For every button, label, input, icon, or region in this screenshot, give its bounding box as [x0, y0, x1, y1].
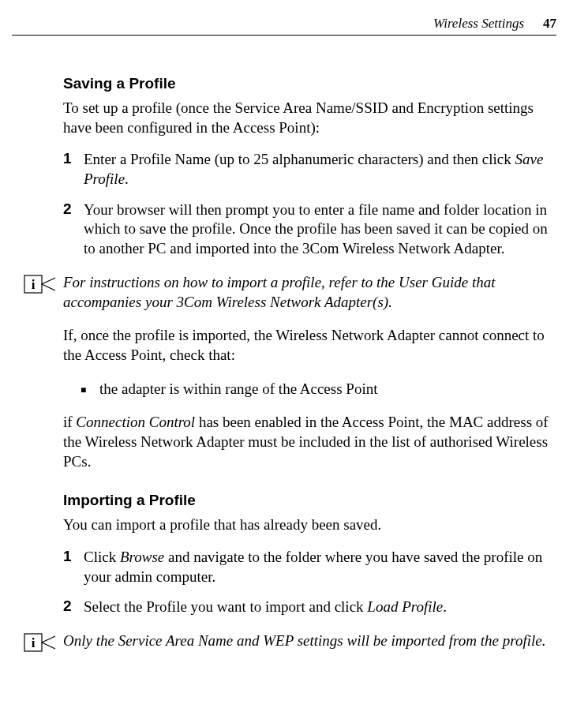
- header-section-title: Wireless Settings: [433, 16, 524, 32]
- step-2: 2 Your browser will then prompt you to e…: [63, 200, 556, 259]
- istep1-a: Click: [84, 549, 120, 565]
- step-number: 2: [63, 200, 84, 259]
- svg-text:i: i: [32, 635, 36, 650]
- info-note-2: i Only the Service Area Name and WEP set…: [24, 631, 556, 657]
- info-note-1: i For instructions on how to import a pr…: [24, 273, 556, 312]
- info-icon: i: [24, 631, 63, 657]
- import-step-2: 2 Select the Profile you want to import …: [63, 598, 556, 617]
- check-that-para: If, once the profile is imported, the Wi…: [63, 326, 556, 365]
- import-step-1: 1 Click Browse and navigate to the folde…: [63, 548, 556, 586]
- istep2-a: Select the Profile you want to import an…: [84, 598, 367, 615]
- step-text: Select the Profile you want to import an…: [84, 598, 447, 617]
- step1-text-a: Enter a Profile Name (up to 25 alphanume…: [84, 151, 515, 167]
- para2-a: if: [63, 414, 76, 430]
- info-note-text: For instructions on how to import a prof…: [63, 273, 556, 312]
- bullet-text: the adapter is within range of the Acces…: [99, 380, 377, 399]
- saving-profile-intro: To set up a profile (once the Service Ar…: [63, 99, 556, 137]
- step-text: Click Browse and navigate to the folder …: [84, 548, 556, 586]
- istep1-b: Browse: [120, 549, 164, 565]
- step-text: Your browser will then prompt you to ent…: [84, 200, 556, 259]
- importing-profile-intro: You can import a profile that has alread…: [63, 515, 556, 535]
- svg-text:i: i: [32, 277, 36, 292]
- page-number: 47: [543, 16, 556, 32]
- info-icon: i: [24, 273, 63, 312]
- info-note-text: Only the Service Area Name and WEP setti…: [63, 631, 545, 657]
- step-1: 1 Enter a Profile Name (up to 25 alphanu…: [63, 150, 556, 189]
- bullet-item: ■ the adapter is within range of the Acc…: [81, 380, 556, 399]
- importing-profile-section: Importing a Profile You can import a pro…: [63, 492, 556, 657]
- saving-profile-heading: Saving a Profile: [63, 75, 556, 92]
- para2-b: Connection Control: [76, 414, 195, 430]
- importing-profile-heading: Importing a Profile: [63, 492, 556, 509]
- step-number: 1: [63, 548, 84, 586]
- step-text: Enter a Profile Name (up to 25 alphanume…: [84, 150, 556, 189]
- step-number: 2: [63, 598, 84, 617]
- istep2-c: .: [443, 598, 447, 615]
- step1-text-c: .: [125, 170, 129, 187]
- connection-control-para: if Connection Control has been enabled i…: [63, 413, 556, 471]
- page-header: Wireless Settings 47: [12, 16, 556, 36]
- istep2-b: Load Profile: [367, 598, 443, 615]
- content-area: Saving a Profile To set up a profile (on…: [63, 75, 556, 657]
- bullet-marker: ■: [81, 380, 99, 399]
- step-number: 1: [63, 150, 84, 189]
